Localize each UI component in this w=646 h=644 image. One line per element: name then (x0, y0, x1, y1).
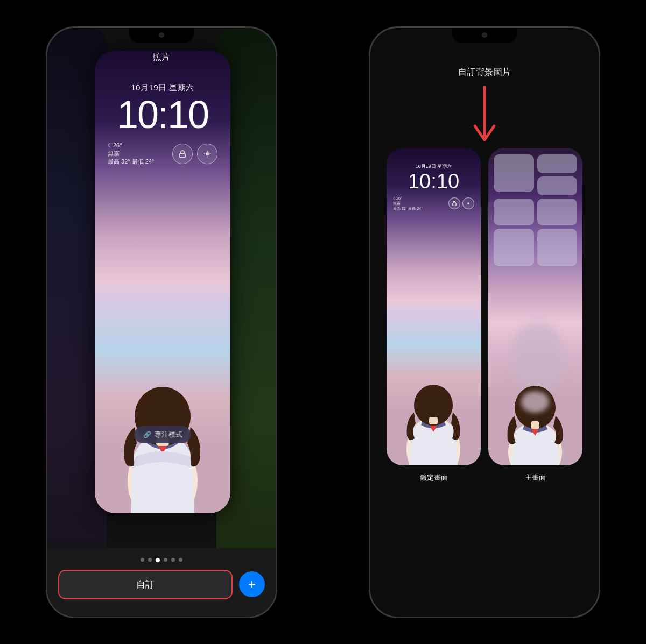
dot-2 (148, 558, 152, 562)
homescreen-preview-inner (488, 148, 582, 465)
red-arrow-container (468, 82, 501, 154)
homescreen-label: 主畫面 (525, 473, 546, 483)
customize-button[interactable]: 自訂 (58, 570, 233, 599)
preview-cards-row: 10月19日 星期六 10:10 ☾26° 無霧 最高 32° 最低 24° (377, 148, 592, 483)
weather-icon-circle (197, 144, 217, 164)
lockscreen-overlay: 10月19日 星期六 10:10 ☾26° 無霧 最高 32° 最低 24° (95, 51, 230, 166)
lockscreen-icons (172, 144, 217, 164)
focus-text: 專注模式 (155, 430, 182, 440)
preview-widgets: ☾26° 無霧 最高 32° 最低 24° (393, 196, 474, 211)
focus-mode-badge[interactable]: 🔗 專注模式 (135, 426, 191, 443)
preview-lockscreen-date: 10月19日 星期六 (393, 163, 474, 170)
widget-right-col (537, 154, 578, 195)
preview-icons (448, 197, 474, 209)
lock-icon-circle (172, 144, 193, 164)
character-illustration (95, 309, 230, 513)
svg-rect-0 (180, 153, 185, 158)
ls-preview-character (387, 336, 481, 465)
weather-widget: ☾26° 無霧 最高 32° 最低 24° (108, 141, 154, 166)
phone-bottom-bar: 自訂 + (47, 548, 276, 617)
dot-6 (179, 558, 182, 562)
red-arrow-svg (468, 82, 501, 152)
svg-rect-6 (453, 203, 456, 206)
lockscreen-preview-inner: 10月19日 星期六 10:10 ☾26° 無霧 最高 32° 最低 24° (387, 148, 481, 465)
wallpaper-carousel[interactable]: 10月19日 星期六 10:10 ☾26° 無霧 最高 32° 最低 24° (47, 28, 276, 617)
preview-lockscreen-time: 10:10 (393, 171, 474, 192)
lockscreen-preview-card[interactable]: 10月19日 星期六 10:10 ☾26° 無霧 最高 32° 最低 24° (387, 148, 481, 483)
svg-point-14 (521, 391, 549, 413)
center-wallpaper[interactable]: 10月19日 星期六 10:10 ☾26° 無霧 最高 32° 最低 24° (95, 51, 230, 513)
add-button[interactable]: + (239, 571, 265, 597)
hs-preview-character (488, 347, 582, 465)
photo-title: 照片 (153, 52, 170, 63)
preview-weather: ☾26° 無霧 最高 32° 最低 24° (393, 196, 423, 211)
svg-rect-10 (429, 417, 438, 424)
dot-1 (141, 558, 144, 562)
preview-weather-icon (462, 197, 474, 209)
customize-wallpaper-title: 自訂背景圖片 (458, 67, 511, 78)
dot-3-active (156, 558, 160, 562)
front-camera (159, 32, 164, 38)
widget-4 (494, 199, 534, 225)
hs-widgets-grid (494, 154, 577, 266)
focus-icon: 🔗 (143, 431, 151, 438)
svg-point-1 (206, 152, 209, 155)
left-phone: 10月19日 星期六 10:10 ☾26° 無霧 最高 32° 最低 24° (46, 26, 277, 618)
right-phone-content: 自訂背景圖片 10月19日 星期六 10:10 (370, 28, 599, 617)
widget-7 (537, 229, 578, 266)
svg-point-7 (467, 202, 469, 204)
preview-lock-icon (448, 197, 460, 209)
lockscreen-widgets: ☾26° 無霧 最高 32° 最低 24° (106, 141, 220, 166)
ls-preview-overlay: 10月19日 星期六 10:10 ☾26° 無霧 最高 32° 最低 24° (387, 148, 481, 211)
widget-1 (494, 154, 534, 192)
widget-2 (537, 154, 578, 173)
svg-rect-13 (531, 421, 539, 429)
lockscreen-date: 10月19日 星期六 (106, 83, 220, 93)
dot-4 (164, 558, 167, 562)
dot-5 (171, 558, 175, 562)
widget-5 (537, 199, 578, 225)
bottom-actions: 自訂 + (58, 570, 265, 599)
widget-6 (494, 229, 534, 266)
homescreen-preview-card[interactable]: 主畫面 (488, 148, 582, 483)
widget-3 (537, 176, 578, 195)
carousel-dots (141, 558, 182, 562)
right-phone: 自訂背景圖片 10月19日 星期六 10:10 (369, 26, 600, 618)
lockscreen-time: 10:10 (106, 95, 220, 134)
right-front-camera (482, 32, 487, 38)
lockscreen-label: 鎖定畫面 (420, 473, 448, 483)
